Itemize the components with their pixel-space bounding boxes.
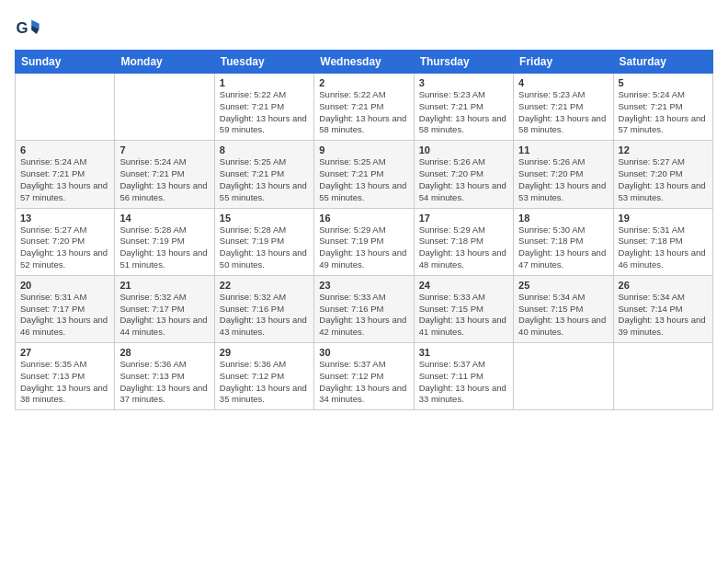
day-details: Sunrise: 5:23 AM Sunset: 7:21 PM Dayligh… xyxy=(518,89,608,136)
day-details: Sunrise: 5:26 AM Sunset: 7:20 PM Dayligh… xyxy=(518,156,608,203)
day-number: 13 xyxy=(20,213,109,224)
day-number: 14 xyxy=(119,213,209,224)
calendar-cell: 21Sunrise: 5:32 AM Sunset: 7:17 PM Dayli… xyxy=(115,275,214,342)
day-number: 29 xyxy=(220,347,309,358)
page-header: G xyxy=(15,15,713,40)
calendar-cell: 8Sunrise: 5:25 AM Sunset: 7:21 PM Daylig… xyxy=(214,141,313,208)
day-details: Sunrise: 5:36 AM Sunset: 7:12 PM Dayligh… xyxy=(220,359,309,406)
svg-text:G: G xyxy=(16,19,28,37)
day-header-friday: Friday xyxy=(514,51,613,74)
day-details: Sunrise: 5:29 AM Sunset: 7:18 PM Dayligh… xyxy=(419,224,508,271)
day-details: Sunrise: 5:24 AM Sunset: 7:21 PM Dayligh… xyxy=(619,89,708,136)
logo: G xyxy=(15,15,44,40)
calendar-cell: 14Sunrise: 5:28 AM Sunset: 7:19 PM Dayli… xyxy=(115,208,214,275)
calendar-cell: 6Sunrise: 5:24 AM Sunset: 7:21 PM Daylig… xyxy=(16,141,115,208)
calendar-cell: 26Sunrise: 5:34 AM Sunset: 7:14 PM Dayli… xyxy=(613,275,712,342)
calendar-cell: 13Sunrise: 5:27 AM Sunset: 7:20 PM Dayli… xyxy=(16,208,115,275)
calendar-cell: 16Sunrise: 5:29 AM Sunset: 7:19 PM Dayli… xyxy=(314,208,414,275)
calendar-cell xyxy=(16,74,115,141)
calendar-cell: 31Sunrise: 5:37 AM Sunset: 7:11 PM Dayli… xyxy=(414,343,513,410)
day-details: Sunrise: 5:27 AM Sunset: 7:20 PM Dayligh… xyxy=(619,156,708,203)
day-number: 8 xyxy=(220,144,309,155)
day-header-tuesday: Tuesday xyxy=(214,51,313,74)
calendar-week-row: 6Sunrise: 5:24 AM Sunset: 7:21 PM Daylig… xyxy=(16,141,713,208)
day-details: Sunrise: 5:22 AM Sunset: 7:21 PM Dayligh… xyxy=(220,89,309,136)
day-details: Sunrise: 5:31 AM Sunset: 7:18 PM Dayligh… xyxy=(619,224,708,271)
calendar-cell: 28Sunrise: 5:36 AM Sunset: 7:13 PM Dayli… xyxy=(115,343,214,410)
day-header-thursday: Thursday xyxy=(414,51,513,74)
day-details: Sunrise: 5:30 AM Sunset: 7:18 PM Dayligh… xyxy=(518,224,608,271)
day-details: Sunrise: 5:27 AM Sunset: 7:20 PM Dayligh… xyxy=(20,224,109,271)
calendar-cell: 17Sunrise: 5:29 AM Sunset: 7:18 PM Dayli… xyxy=(414,208,513,275)
day-number: 6 xyxy=(20,144,109,155)
calendar-cell: 20Sunrise: 5:31 AM Sunset: 7:17 PM Dayli… xyxy=(16,275,115,342)
day-details: Sunrise: 5:37 AM Sunset: 7:11 PM Dayligh… xyxy=(419,359,508,406)
day-details: Sunrise: 5:31 AM Sunset: 7:17 PM Dayligh… xyxy=(20,292,109,339)
day-number: 26 xyxy=(619,280,708,291)
calendar-week-row: 20Sunrise: 5:31 AM Sunset: 7:17 PM Dayli… xyxy=(16,275,713,342)
day-details: Sunrise: 5:26 AM Sunset: 7:20 PM Dayligh… xyxy=(419,156,508,203)
calendar-cell: 24Sunrise: 5:33 AM Sunset: 7:15 PM Dayli… xyxy=(414,275,513,342)
day-details: Sunrise: 5:33 AM Sunset: 7:15 PM Dayligh… xyxy=(419,292,508,339)
day-details: Sunrise: 5:34 AM Sunset: 7:15 PM Dayligh… xyxy=(518,292,608,339)
day-number: 11 xyxy=(518,144,608,155)
calendar-cell: 29Sunrise: 5:36 AM Sunset: 7:12 PM Dayli… xyxy=(214,343,313,410)
calendar-cell: 15Sunrise: 5:28 AM Sunset: 7:19 PM Dayli… xyxy=(214,208,313,275)
day-header-wednesday: Wednesday xyxy=(314,51,414,74)
day-number: 24 xyxy=(419,280,508,291)
day-number: 27 xyxy=(20,347,109,358)
day-details: Sunrise: 5:32 AM Sunset: 7:17 PM Dayligh… xyxy=(119,292,209,339)
day-number: 7 xyxy=(119,144,209,155)
calendar-cell: 2Sunrise: 5:22 AM Sunset: 7:21 PM Daylig… xyxy=(314,74,414,141)
calendar-cell xyxy=(514,343,613,410)
day-number: 21 xyxy=(119,280,209,291)
day-details: Sunrise: 5:25 AM Sunset: 7:21 PM Dayligh… xyxy=(220,156,309,203)
day-number: 1 xyxy=(220,77,309,88)
calendar-cell: 19Sunrise: 5:31 AM Sunset: 7:18 PM Dayli… xyxy=(613,208,712,275)
calendar-cell: 11Sunrise: 5:26 AM Sunset: 7:20 PM Dayli… xyxy=(514,141,613,208)
day-details: Sunrise: 5:22 AM Sunset: 7:21 PM Dayligh… xyxy=(319,89,408,136)
calendar-cell: 25Sunrise: 5:34 AM Sunset: 7:15 PM Dayli… xyxy=(514,275,613,342)
day-details: Sunrise: 5:34 AM Sunset: 7:14 PM Dayligh… xyxy=(619,292,708,339)
calendar-cell: 23Sunrise: 5:33 AM Sunset: 7:16 PM Dayli… xyxy=(314,275,414,342)
day-number: 12 xyxy=(619,144,708,155)
day-number: 16 xyxy=(319,213,408,224)
day-details: Sunrise: 5:37 AM Sunset: 7:12 PM Dayligh… xyxy=(319,359,408,406)
calendar-cell: 1Sunrise: 5:22 AM Sunset: 7:21 PM Daylig… xyxy=(214,74,313,141)
day-number: 20 xyxy=(20,280,109,291)
calendar-cell: 3Sunrise: 5:23 AM Sunset: 7:21 PM Daylig… xyxy=(414,74,513,141)
calendar-cell xyxy=(613,343,712,410)
calendar-cell: 30Sunrise: 5:37 AM Sunset: 7:12 PM Dayli… xyxy=(314,343,414,410)
day-details: Sunrise: 5:23 AM Sunset: 7:21 PM Dayligh… xyxy=(419,89,508,136)
day-details: Sunrise: 5:35 AM Sunset: 7:13 PM Dayligh… xyxy=(20,359,109,406)
day-header-saturday: Saturday xyxy=(613,51,712,74)
day-number: 10 xyxy=(419,144,508,155)
day-details: Sunrise: 5:28 AM Sunset: 7:19 PM Dayligh… xyxy=(119,224,209,271)
calendar-cell: 7Sunrise: 5:24 AM Sunset: 7:21 PM Daylig… xyxy=(115,141,214,208)
calendar-cell: 27Sunrise: 5:35 AM Sunset: 7:13 PM Dayli… xyxy=(16,343,115,410)
day-header-monday: Monday xyxy=(115,51,214,74)
day-number: 4 xyxy=(518,77,608,88)
day-details: Sunrise: 5:36 AM Sunset: 7:13 PM Dayligh… xyxy=(119,359,209,406)
calendar-cell: 5Sunrise: 5:24 AM Sunset: 7:21 PM Daylig… xyxy=(613,74,712,141)
calendar-table: SundayMondayTuesdayWednesdayThursdayFrid… xyxy=(15,50,713,410)
calendar-cell: 12Sunrise: 5:27 AM Sunset: 7:20 PM Dayli… xyxy=(613,141,712,208)
day-details: Sunrise: 5:24 AM Sunset: 7:21 PM Dayligh… xyxy=(20,156,109,203)
day-number: 28 xyxy=(119,347,209,358)
calendar-week-row: 1Sunrise: 5:22 AM Sunset: 7:21 PM Daylig… xyxy=(16,74,713,141)
day-details: Sunrise: 5:25 AM Sunset: 7:21 PM Dayligh… xyxy=(319,156,408,203)
calendar-cell: 18Sunrise: 5:30 AM Sunset: 7:18 PM Dayli… xyxy=(514,208,613,275)
calendar-week-row: 27Sunrise: 5:35 AM Sunset: 7:13 PM Dayli… xyxy=(16,343,713,410)
day-details: Sunrise: 5:33 AM Sunset: 7:16 PM Dayligh… xyxy=(319,292,408,339)
day-number: 17 xyxy=(419,213,508,224)
calendar-cell: 4Sunrise: 5:23 AM Sunset: 7:21 PM Daylig… xyxy=(514,74,613,141)
day-number: 19 xyxy=(619,213,708,224)
day-number: 15 xyxy=(220,213,309,224)
day-number: 30 xyxy=(319,347,408,358)
day-number: 23 xyxy=(319,280,408,291)
day-number: 3 xyxy=(419,77,508,88)
day-number: 2 xyxy=(319,77,408,88)
day-number: 25 xyxy=(518,280,608,291)
day-number: 22 xyxy=(220,280,309,291)
calendar-cell: 10Sunrise: 5:26 AM Sunset: 7:20 PM Dayli… xyxy=(414,141,513,208)
